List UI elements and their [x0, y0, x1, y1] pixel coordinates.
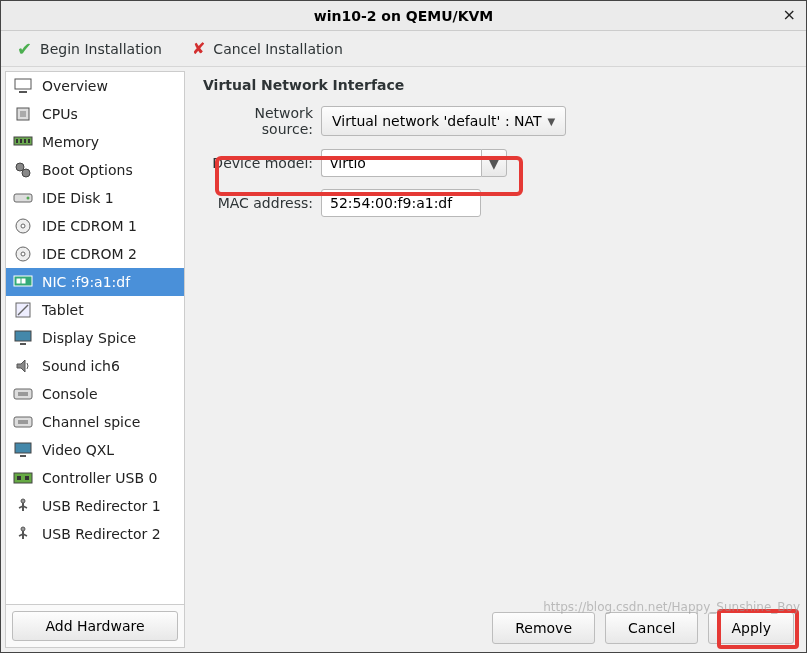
disk-icon: [12, 188, 34, 208]
close-icon[interactable]: ×: [783, 5, 796, 24]
mac-address-input[interactable]: [321, 189, 481, 217]
svg-point-33: [21, 527, 25, 531]
svg-rect-3: [20, 111, 26, 117]
sidebar-item-cdrom2[interactable]: IDE CDROM 2: [6, 240, 184, 268]
sidebar-item-video[interactable]: Video QXL: [6, 436, 184, 464]
sidebar-item-console[interactable]: Console: [6, 380, 184, 408]
svg-rect-26: [18, 420, 28, 424]
cdrom-icon: [12, 244, 34, 264]
begin-label: Begin Installation: [40, 41, 162, 57]
sidebar-item-label: IDE Disk 1: [42, 190, 114, 206]
svg-point-9: [16, 163, 24, 171]
sidebar-item-overview[interactable]: Overview: [6, 72, 184, 100]
sidebar-item-controller[interactable]: Controller USB 0: [6, 464, 184, 492]
usb-icon: [12, 496, 34, 516]
svg-point-32: [21, 499, 25, 503]
sidebar-item-cdrom1[interactable]: IDE CDROM 1: [6, 212, 184, 240]
svg-rect-28: [20, 455, 26, 457]
x-icon: ✘: [192, 39, 205, 58]
panel-title: Virtual Network Interface: [203, 77, 792, 93]
svg-rect-0: [15, 79, 31, 89]
svg-rect-8: [28, 139, 30, 143]
check-icon: ✔: [17, 38, 32, 59]
sidebar-item-label: Overview: [42, 78, 108, 94]
cancel-install-label: Cancel Installation: [213, 41, 342, 57]
boot-icon: [12, 160, 34, 180]
sidebar-item-label: Video QXL: [42, 442, 114, 458]
mac-address-row: MAC address:: [203, 189, 792, 217]
device-model-row: Device model: ▼: [203, 149, 792, 177]
sidebar-item-label: Controller USB 0: [42, 470, 157, 486]
channel-icon: [12, 412, 34, 432]
svg-rect-5: [16, 139, 18, 143]
device-model-input[interactable]: [321, 149, 481, 177]
sidebar-item-memory[interactable]: Memory: [6, 128, 184, 156]
sidebar-item-label: USB Redirector 2: [42, 526, 161, 542]
add-hardware-button[interactable]: Add Hardware: [12, 611, 178, 641]
svg-rect-29: [14, 473, 32, 483]
svg-rect-6: [20, 139, 22, 143]
svg-point-12: [27, 197, 30, 200]
mac-address-label: MAC address:: [203, 195, 313, 211]
svg-rect-18: [17, 279, 20, 283]
overview-icon: [12, 76, 34, 96]
svg-point-14: [21, 224, 25, 228]
sidebar-item-label: CPUs: [42, 106, 78, 122]
cdrom-icon: [12, 216, 34, 236]
sidebar-item-label: Display Spice: [42, 330, 136, 346]
chevron-down-icon: ▼: [489, 155, 500, 171]
svg-point-16: [21, 252, 25, 256]
sidebar-item-label: USB Redirector 1: [42, 498, 161, 514]
add-hardware-area: Add Hardware: [6, 604, 184, 647]
sidebar-item-label: IDE CDROM 1: [42, 218, 137, 234]
sidebar-item-label: NIC :f9:a1:df: [42, 274, 130, 290]
network-source-label: Network source:: [203, 105, 313, 137]
device-model-dropdown-button[interactable]: ▼: [481, 149, 507, 177]
svg-rect-31: [25, 476, 29, 480]
sidebar-item-tablet[interactable]: Tablet: [6, 296, 184, 324]
cancel-button[interactable]: Cancel: [605, 612, 698, 644]
svg-rect-27: [15, 443, 31, 453]
sidebar-item-cpus[interactable]: CPUs: [6, 100, 184, 128]
svg-rect-30: [17, 476, 21, 480]
chevron-down-icon: ▼: [548, 116, 556, 127]
network-source-dropdown[interactable]: Virtual network 'default' : NAT ▼: [321, 106, 566, 136]
toolbar: ✔ Begin Installation ✘ Cancel Installati…: [1, 31, 806, 67]
sidebar-item-usbredir2[interactable]: USB Redirector 2: [6, 520, 184, 548]
device-model-combo[interactable]: ▼: [321, 149, 507, 177]
main-panel: Virtual Network Interface Network source…: [189, 67, 806, 652]
remove-button[interactable]: Remove: [492, 612, 595, 644]
console-icon: [12, 384, 34, 404]
sidebar-item-label: Channel spice: [42, 414, 140, 430]
sidebar-item-disk1[interactable]: IDE Disk 1: [6, 184, 184, 212]
nic-icon: [12, 272, 34, 292]
sidebar-item-nic[interactable]: NIC :f9:a1:df: [6, 268, 184, 296]
cpu-icon: [12, 104, 34, 124]
network-source-row: Network source: Virtual network 'default…: [203, 105, 792, 137]
sidebar-item-usbredir1[interactable]: USB Redirector 1: [6, 492, 184, 520]
svg-rect-24: [18, 392, 28, 396]
usb-icon: [12, 524, 34, 544]
svg-rect-1: [19, 91, 27, 93]
sidebar-item-channel[interactable]: Channel spice: [6, 408, 184, 436]
apply-button[interactable]: Apply: [708, 612, 794, 644]
sidebar-item-label: Memory: [42, 134, 99, 150]
cancel-installation-button[interactable]: ✘ Cancel Installation: [186, 35, 349, 62]
network-source-value: Virtual network 'default' : NAT: [332, 113, 542, 129]
sound-icon: [12, 356, 34, 376]
svg-rect-21: [15, 331, 31, 341]
tablet-icon: [12, 300, 34, 320]
sidebar-item-boot[interactable]: Boot Options: [6, 156, 184, 184]
window-title: win10-2 on QEMU/KVM: [314, 8, 494, 24]
display-icon: [12, 328, 34, 348]
memory-icon: [12, 132, 34, 152]
begin-installation-button[interactable]: ✔ Begin Installation: [11, 34, 168, 63]
svg-rect-19: [22, 279, 25, 283]
sidebar: Overview CPUs Memory Boot Options IDE Di…: [5, 71, 185, 648]
sidebar-item-label: Boot Options: [42, 162, 133, 178]
sidebar-item-display[interactable]: Display Spice: [6, 324, 184, 352]
sidebar-item-sound[interactable]: Sound ich6: [6, 352, 184, 380]
controller-icon: [12, 468, 34, 488]
sidebar-item-label: Tablet: [42, 302, 84, 318]
sidebar-item-label: Console: [42, 386, 98, 402]
